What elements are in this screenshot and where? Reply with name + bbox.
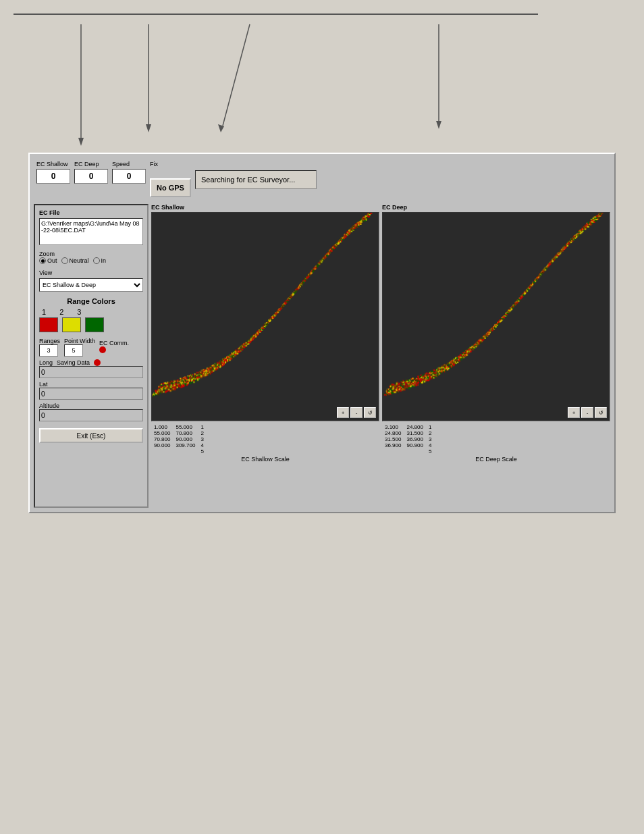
long-row: Long Saving Data (39, 359, 143, 366)
scale-val (404, 448, 425, 454)
table-row: 31.500 36.900 3 (382, 436, 434, 442)
no-gps-button[interactable]: No GPS (150, 178, 191, 197)
svg-marker-3 (146, 124, 151, 132)
table-row: 36.900 90.900 4 (382, 442, 434, 448)
svg-line-4 (223, 24, 250, 126)
ec-deep-container: EC Deep + - ↺ (382, 204, 610, 463)
ec-deep-canvas: + - ↺ (382, 212, 610, 421)
color-box-green[interactable] (85, 317, 104, 332)
saving-data-label: Saving Data (57, 359, 90, 366)
deep-reset-btn[interactable]: ↺ (595, 407, 607, 418)
altitude-input[interactable] (39, 409, 143, 421)
scale-num: 4 (198, 442, 206, 448)
deep-scale-title: EC Deep Scale (382, 456, 610, 463)
zoom-out-option[interactable]: Out (39, 257, 57, 264)
deep-scale: 3.100 24.800 1 24.800 31.500 2 (382, 424, 434, 454)
speed-input[interactable] (112, 169, 146, 184)
table-row: 5 (151, 448, 207, 454)
shallow-reset-btn[interactable]: ↺ (364, 407, 376, 418)
color-box-red[interactable] (39, 317, 58, 332)
scale-val: 1.000 (151, 424, 173, 430)
toolbar: EC Shallow EC Deep Speed Fix No GPS Sear… (34, 158, 610, 200)
maps-area: EC Shallow + - ↺ (151, 204, 610, 508)
scale-num: 3 (426, 436, 434, 442)
altitude-label: Altitude (39, 402, 143, 409)
altitude-group: Altitude (39, 402, 143, 421)
lat-label: Lat (39, 381, 143, 388)
scale-val: 3.100 (382, 424, 404, 430)
shallow-scale-title: EC Shallow Scale (151, 456, 379, 463)
view-select[interactable]: EC Shallow & Deep EC Shallow EC Deep (39, 278, 143, 292)
ec-shallow-input[interactable] (36, 169, 70, 184)
exit-button[interactable]: Exit (Esc) (39, 428, 143, 443)
range-num-3: 3 (77, 308, 81, 316)
zoom-neutral-option[interactable]: Neutral (61, 257, 89, 264)
deep-zoom-in-btn[interactable]: + (568, 407, 580, 418)
shallow-scale: 1.000 55.000 1 55.000 70.800 2 (151, 424, 207, 454)
range-numbers: 1 2 3 (42, 308, 143, 316)
ranges-input[interactable] (39, 344, 58, 357)
ec-file-section: EC File G:\Venriker maps\G:\lund\4a May … (39, 209, 143, 245)
shallow-zoom-in-btn[interactable]: + (337, 407, 349, 418)
scale-val: 70.800 (151, 436, 173, 442)
svg-marker-1 (78, 138, 84, 146)
ec-deep-input[interactable] (74, 169, 108, 184)
color-box-yellow[interactable] (62, 317, 81, 332)
zoom-neutral-radio[interactable] (61, 257, 68, 264)
scale-val: 55.000 (173, 424, 198, 430)
range-colors-section: Range Colors 1 2 3 (39, 297, 143, 332)
shallow-zoom-out-btn[interactable]: - (350, 407, 363, 418)
ec-deep-group: EC Deep (74, 161, 108, 184)
zoom-group: Out Neutral In (39, 257, 143, 264)
long-input[interactable] (39, 366, 143, 378)
svg-marker-7 (436, 121, 441, 129)
deep-map-controls: + - ↺ (568, 407, 607, 418)
status-text: Searching for EC Surveyor... (201, 176, 295, 184)
view-label: View (39, 269, 143, 276)
point-width-label: Point Width (64, 338, 95, 344)
deep-zoom-out-btn[interactable]: - (581, 407, 593, 418)
scale-val: 24.800 (404, 424, 425, 430)
scale-num: 4 (426, 442, 434, 448)
scale-num: 5 (198, 448, 206, 454)
scale-val (173, 448, 198, 454)
scale-num: 1 (198, 424, 206, 430)
color-boxes (39, 317, 143, 332)
zoom-out-radio[interactable] (39, 257, 46, 264)
scale-val: 70.800 (173, 430, 198, 436)
zoom-in-label: In (101, 257, 107, 264)
range-colors-title: Range Colors (39, 297, 143, 305)
lat-group: Lat (39, 381, 143, 400)
long-label: Long (39, 359, 53, 366)
scale-val: 36.900 (404, 436, 425, 442)
ec-file-title: EC File (39, 209, 143, 216)
scale-val: 90.000 (151, 442, 173, 448)
main-content: EC File G:\Venriker maps\G:\lund\4a May … (34, 204, 610, 508)
shallow-scale-table: 1.000 55.000 1 55.000 70.800 2 (151, 424, 379, 463)
scale-num: 1 (426, 424, 434, 430)
zoom-in-option[interactable]: In (93, 257, 107, 264)
scale-val: 90.900 (404, 442, 425, 448)
ec-shallow-map-title: EC Shallow (151, 204, 379, 211)
range-num-2: 2 (59, 308, 63, 316)
top-line (14, 14, 538, 15)
point-width-input[interactable] (64, 344, 83, 357)
deep-scale-table: 3.100 24.800 1 24.800 31.500 2 (382, 424, 610, 463)
table-row: 24.800 31.500 2 (382, 430, 434, 436)
scale-val: 31.500 (382, 436, 404, 442)
ec-comm-label: EC Comm. (99, 340, 129, 346)
ec-shallow-canvas: + - ↺ (151, 212, 379, 421)
ec-shallow-group: EC Shallow (36, 161, 70, 184)
lat-input[interactable] (39, 388, 143, 400)
zoom-out-label: Out (47, 257, 57, 264)
scale-val: 309.700 (173, 442, 198, 448)
scale-val: 36.900 (382, 442, 404, 448)
scale-val (151, 448, 173, 454)
ec-shallow-container: EC Shallow + - ↺ (151, 204, 379, 463)
range-num-1: 1 (42, 308, 46, 316)
zoom-in-radio[interactable] (93, 257, 100, 264)
app-window: EC Shallow EC Deep Speed Fix No GPS Sear… (28, 153, 616, 513)
fix-group: Fix No GPS (150, 161, 191, 197)
zoom-label: Zoom (39, 251, 143, 257)
ec-comm-group: EC Comm. (99, 340, 129, 355)
